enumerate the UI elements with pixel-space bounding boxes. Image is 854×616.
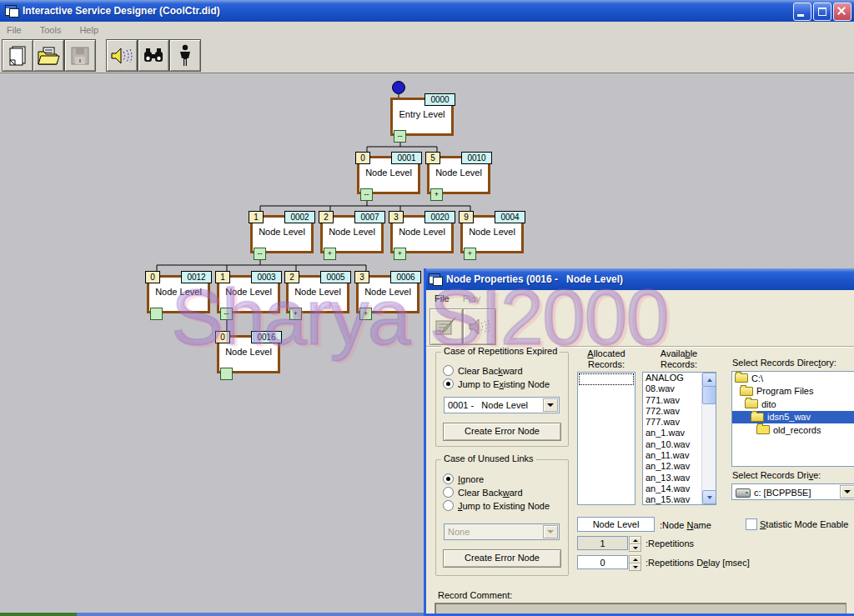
record-edit-button[interactable] — [430, 308, 463, 345]
minimize-button[interactable] — [793, 3, 811, 21]
list-item[interactable]: ANALOG — [643, 373, 702, 383]
list-item[interactable]: an_11.wav — [643, 450, 702, 461]
node-expander[interactable]: + — [359, 308, 372, 320]
list-item[interactable]: an_12.wav — [643, 461, 702, 472]
jump-target-combo[interactable]: 0001 - Node Level — [444, 397, 560, 413]
node-expander[interactable]: + — [394, 248, 406, 260]
node-id-badge: 0004 — [495, 211, 525, 223]
new-document-button[interactable] — [2, 39, 33, 72]
menu-tools[interactable]: Tools — [40, 25, 62, 35]
dialog-play-sound-button[interactable] — [463, 308, 496, 345]
repetitions-delay-field[interactable]: 0 — [577, 555, 628, 569]
radio-jump-existing-2[interactable]: Jump to Existing Node — [443, 500, 550, 511]
tree-node-0004[interactable]: 9 0004 Node Level + — [460, 215, 524, 253]
repetitions-delay-stepper[interactable] — [629, 555, 640, 569]
tree-node-0002[interactable]: 1 0002 Node Level -- — [250, 215, 314, 253]
node-label: Node Level — [359, 287, 417, 297]
node-expander[interactable]: -- — [394, 130, 406, 143]
chevron-down-icon[interactable] — [543, 398, 558, 412]
scroll-down-icon[interactable] — [702, 490, 716, 504]
node-expander[interactable]: -- — [220, 308, 233, 320]
tree-node-0020[interactable]: 3 0020 Node Level + — [390, 215, 454, 253]
directory-item[interactable]: old_records — [732, 423, 854, 437]
allocated-records-label: Allocated Records: — [572, 348, 640, 370]
node-expander[interactable]: + — [430, 188, 443, 201]
create-error-node-button-2[interactable]: Create Error Node — [443, 549, 561, 568]
spin-down-icon[interactable] — [629, 563, 641, 571]
records-drive-combo[interactable]: c: [BCPPB5E] — [731, 483, 854, 500]
open-file-icon — [37, 45, 60, 67]
menu-help[interactable]: Help — [79, 25, 98, 35]
jump-target-combo-disabled[interactable]: None — [444, 523, 560, 540]
statistic-mode-checkbox[interactable] — [746, 518, 757, 530]
node-name-label: :Node Name — [660, 520, 711, 530]
node-expander[interactable] — [150, 308, 163, 320]
list-item[interactable]: an_1.wav — [643, 428, 702, 438]
list-item[interactable]: an_10.wav — [643, 439, 702, 450]
available-records-list[interactable]: ANALOG 08.wav 771.wav 772.wav 777.wav an… — [642, 372, 716, 505]
close-button[interactable] — [833, 3, 851, 21]
find-button[interactable] — [138, 39, 169, 72]
tree-node-0007[interactable]: 2 0007 Node Level + — [320, 215, 384, 253]
tree-node-0003[interactable]: 1 0003 Node Level -- — [217, 275, 280, 313]
radio-clear-backward-2[interactable]: Clear Backward — [443, 487, 523, 498]
radio-ignore[interactable]: Ignore — [443, 473, 484, 484]
node-expander[interactable]: + — [289, 308, 302, 320]
node-branch-badge: 5 — [425, 152, 440, 164]
repetitions-stepper[interactable] — [629, 536, 640, 550]
tree-node-0016[interactable]: 0 0016 Node Level — [217, 335, 280, 373]
scrollbar-thumb[interactable] — [702, 386, 716, 404]
directory-item[interactable]: dito — [732, 398, 854, 411]
tree-node-0005[interactable]: 2 0005 Node Level + — [286, 275, 349, 313]
directory-item[interactable]: C:\ — [732, 372, 854, 385]
node-label: Node Level — [323, 227, 381, 237]
node-branch-badge: 0 — [145, 271, 160, 283]
tree-node-0006[interactable]: 3 0006 Node Level + — [356, 275, 419, 313]
dialog-toolbar — [426, 307, 854, 347]
node-expander[interactable] — [220, 368, 233, 380]
user-button[interactable] — [169, 39, 201, 72]
list-item[interactable]: an_15.wav — [643, 494, 702, 505]
tree-node-0012[interactable]: 0 0012 Node Level — [147, 275, 210, 313]
node-name-field[interactable] — [577, 517, 655, 532]
play-sound-button[interactable] — [106, 39, 138, 72]
scroll-up-icon[interactable] — [702, 373, 716, 387]
node-expander[interactable]: + — [324, 248, 336, 260]
node-branch-badge: 2 — [284, 271, 299, 283]
node-expander[interactable]: -- — [254, 248, 266, 260]
chevron-down-icon[interactable] — [543, 525, 558, 538]
list-item[interactable]: 772.wav — [643, 406, 702, 417]
repetitions-field[interactable]: 1 — [577, 536, 628, 550]
allocated-records-list[interactable] — [577, 372, 635, 505]
node-expander[interactable]: + — [464, 248, 476, 260]
chevron-down-icon[interactable] — [840, 485, 854, 498]
list-item[interactable]: an_13.wav — [643, 473, 702, 483]
records-directory-list[interactable]: C:\ Program Files dito idsn5_wav old_rec… — [731, 371, 854, 467]
scrollbar-thumb-horizontal[interactable] — [0, 613, 77, 616]
radio-clear-backward[interactable]: Clear Backward — [443, 365, 523, 376]
menu-file[interactable]: File — [7, 25, 22, 35]
node-expander[interactable]: -- — [360, 188, 373, 201]
dialog-window-icon — [429, 273, 442, 285]
tree-node-0001[interactable]: 0 0001 Node Level -- — [357, 156, 420, 194]
node-label: Node Level — [463, 227, 521, 237]
list-item[interactable]: 08.wav — [643, 383, 702, 394]
directory-item-selected[interactable]: idsn5_wav — [732, 411, 854, 424]
dialog-menu-file[interactable]: File — [435, 293, 450, 303]
restore-button[interactable] — [813, 3, 831, 21]
create-error-node-button[interactable]: Create Error Node — [443, 423, 561, 441]
spin-down-icon[interactable] — [629, 543, 641, 552]
list-item[interactable]: 771.wav — [643, 395, 702, 406]
save-file-button[interactable] — [64, 39, 96, 72]
dialog-menu-play[interactable]: Play — [463, 293, 480, 303]
open-file-button[interactable] — [33, 39, 64, 72]
list-item[interactable]: 777.wav — [643, 417, 702, 428]
directory-item[interactable]: Program Files — [732, 385, 854, 398]
tree-node-0010[interactable]: 5 0010 Node Level + — [427, 156, 490, 194]
tree-node-0000[interactable]: 0000 Entry Level -- — [390, 98, 454, 136]
vertical-scrollbar[interactable] — [701, 373, 716, 504]
open-folder-icon — [735, 373, 748, 383]
radio-jump-existing[interactable]: Jump to Existing Node — [443, 378, 550, 389]
open-folder-icon — [745, 399, 758, 408]
list-item[interactable]: an_14.wav — [643, 483, 702, 494]
